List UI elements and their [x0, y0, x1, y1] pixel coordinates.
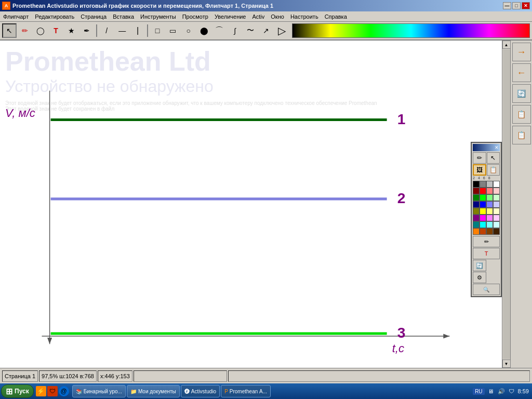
line-tool[interactable]: /: [99, 23, 114, 38]
eraser-tool[interactable]: ◯: [33, 23, 48, 38]
color-mintcyan[interactable]: [493, 221, 500, 228]
hline-tool[interactable]: —: [115, 23, 129, 38]
float-tool-img[interactable]: 🖼: [473, 164, 486, 176]
float-text-bottom[interactable]: T: [473, 248, 500, 259]
color-lightcyan[interactable]: [486, 221, 493, 228]
color-gradient-bar[interactable]: [292, 23, 530, 38]
menu-help[interactable]: Справка: [322, 11, 350, 21]
color-lavender[interactable]: [493, 201, 500, 208]
color-lightred[interactable]: [486, 188, 493, 194]
t-axis-label: t,с: [392, 341, 404, 354]
fillrect-tool[interactable]: ▭: [166, 23, 180, 38]
menu-page[interactable]: Страница: [77, 11, 110, 21]
vertical-scrollbar[interactable]: ▲ ▼: [502, 41, 510, 368]
arrow-tool[interactable]: ↗: [259, 23, 273, 38]
color-mintgreen[interactable]: [493, 194, 500, 201]
lang-indicator[interactable]: RU: [473, 388, 484, 395]
scroll-down-button[interactable]: ▼: [502, 360, 511, 368]
pen-tool[interactable]: ✏: [18, 23, 32, 38]
float-tool-select[interactable]: ↖: [487, 152, 500, 164]
color-silver[interactable]: [486, 181, 493, 188]
ellipse-tool[interactable]: ○: [181, 23, 196, 38]
taskbar-app-4[interactable]: P Promethean А...: [221, 385, 271, 397]
thickness-label-2: 2: [473, 176, 475, 180]
color-orange[interactable]: [473, 228, 480, 235]
arc-tool[interactable]: ⌒: [212, 23, 227, 38]
color-red[interactable]: [480, 188, 486, 194]
quicklaunch-icon1[interactable]: ⚡: [36, 386, 46, 396]
float-search-btn[interactable]: 🔍: [473, 284, 500, 295]
color-navy[interactable]: [473, 201, 480, 208]
color-brown[interactable]: [486, 228, 493, 235]
start-button[interactable]: ⊞ Пуск: [1, 384, 34, 398]
color-purple[interactable]: [473, 215, 480, 221]
color-lightblue[interactable]: [486, 201, 493, 208]
vline-tool[interactable]: |: [130, 23, 145, 38]
menu-activ[interactable]: Activ: [249, 11, 268, 21]
fillellipse-tool[interactable]: ⬤: [197, 23, 211, 38]
color-gray[interactable]: [480, 181, 486, 188]
taskbar-app-3[interactable]: 🅐 Activstudio: [181, 385, 220, 397]
scroll-up-button[interactable]: ▲: [502, 41, 511, 49]
color-darkorange[interactable]: [480, 228, 486, 235]
color-blue[interactable]: [480, 201, 486, 208]
scroll-track[interactable]: [503, 49, 510, 359]
float-tool-img2[interactable]: 📋: [487, 164, 500, 176]
taskbar-app-1[interactable]: 📚 Бинарный уро...: [72, 385, 126, 397]
color-lime[interactable]: [480, 194, 486, 201]
menu-edit[interactable]: Редактировать: [32, 11, 77, 21]
menu-zoom[interactable]: Увеличение: [211, 11, 249, 21]
color-lightgreen[interactable]: [486, 194, 493, 201]
color-cream[interactable]: [493, 208, 500, 215]
panel-forward-button[interactable]: →: [512, 43, 531, 61]
quicklaunch-icon3[interactable]: @: [59, 386, 69, 396]
color-white[interactable]: [493, 181, 500, 188]
float-settings-btn[interactable]: ⚙: [473, 272, 486, 283]
menu-window[interactable]: Окно: [268, 11, 287, 21]
color-maroon[interactable]: [473, 188, 480, 194]
color-green[interactable]: [473, 194, 480, 201]
menu-tools[interactable]: Инструменты: [137, 11, 179, 21]
color-lightyellow[interactable]: [486, 208, 493, 215]
fill-tool[interactable]: ★: [64, 23, 79, 38]
color-teal[interactable]: [473, 221, 480, 228]
float-tool-pen[interactable]: ✏: [473, 152, 486, 164]
menu-insert[interactable]: Вставка: [110, 11, 137, 21]
color-black[interactable]: [473, 181, 480, 188]
close-button[interactable]: ✕: [522, 2, 530, 9]
brush-tool[interactable]: ✒: [79, 23, 94, 38]
color-cyan[interactable]: [480, 221, 486, 228]
menu-flipchart[interactable]: Флипчарт: [0, 11, 32, 21]
rect-tool[interactable]: □: [150, 23, 165, 38]
color-lightmagenta[interactable]: [486, 215, 493, 221]
quicklaunch-icon2[interactable]: 🛡: [47, 386, 58, 396]
network-icon[interactable]: 🖥: [487, 387, 495, 395]
minimize-button[interactable]: —: [503, 2, 511, 9]
curve-tool[interactable]: ∫: [228, 23, 242, 38]
polygon-tool[interactable]: ▷: [274, 23, 289, 38]
floating-toolbar-close[interactable]: ✕: [495, 145, 499, 150]
antivirus-icon[interactable]: 🛡: [508, 387, 516, 395]
color-olive[interactable]: [473, 208, 480, 215]
panel-refresh-button[interactable]: 🔄: [512, 84, 531, 103]
color-pink[interactable]: [493, 188, 500, 194]
color-magenta[interactable]: [480, 215, 486, 221]
canvas-area[interactable]: Promethean Ltd Устройство не обнаружено …: [0, 41, 502, 368]
float-pen-bottom[interactable]: ✏: [473, 236, 500, 247]
wave-tool[interactable]: 〜: [243, 23, 258, 38]
volume-icon[interactable]: 🔊: [497, 387, 506, 395]
maximize-button[interactable]: □: [512, 2, 521, 9]
separator1: [96, 24, 97, 37]
text-tool[interactable]: T: [49, 23, 63, 38]
menu-settings[interactable]: Настроить: [287, 11, 322, 21]
color-yellow[interactable]: [480, 208, 486, 215]
color-darkbrown[interactable]: [493, 228, 500, 235]
menu-view[interactable]: Просмотр: [179, 11, 211, 21]
select-tool[interactable]: ↖: [2, 23, 17, 38]
panel-copy-button[interactable]: 📋: [512, 105, 531, 124]
color-lightpink[interactable]: [493, 215, 500, 221]
taskbar-app-2[interactable]: 📁 Мои документы: [127, 385, 180, 397]
panel-paste-button[interactable]: 📋: [512, 126, 531, 144]
panel-back-button[interactable]: ←: [512, 63, 531, 82]
float-rotate-btn[interactable]: 🔄: [473, 260, 486, 271]
